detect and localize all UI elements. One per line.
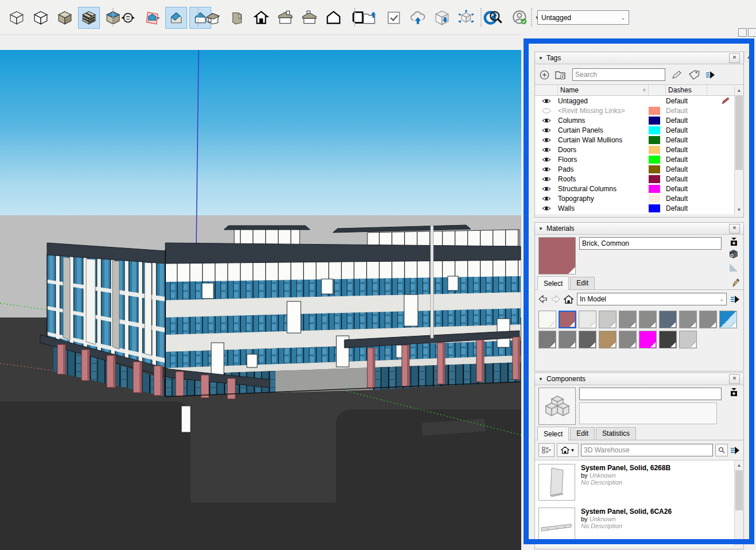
front-view-icon[interactable]: [250, 7, 272, 29]
eyedropper-icon[interactable]: [732, 278, 740, 288]
components-tab-edit[interactable]: Edit: [570, 427, 595, 440]
tag-row[interactable]: Curtain Panels Default: [535, 125, 743, 135]
component-thumbnail[interactable]: [538, 508, 575, 544]
eye-visible-icon[interactable]: [542, 176, 551, 183]
tag-color-chip[interactable]: [649, 107, 660, 115]
tag-row[interactable]: Floors Default: [535, 154, 743, 164]
material-swatch[interactable]: [599, 311, 617, 328]
components-tab-statistics[interactable]: Statistics: [596, 427, 636, 440]
tag-color-chip[interactable]: [649, 126, 660, 134]
house-outline-view-icon[interactable]: [323, 7, 344, 29]
tray-window-button[interactable]: [748, 28, 756, 37]
search-magnifier-icon[interactable]: [715, 444, 728, 456]
tags-search-input[interactable]: [572, 68, 665, 81]
tray-scroll-up[interactable]: ▲: [744, 52, 754, 62]
box-view-icon[interactable]: [226, 7, 248, 29]
material-swatch[interactable]: [619, 331, 637, 348]
open-folder-upload-icon[interactable]: [359, 7, 381, 29]
eye-visible-icon[interactable]: [542, 185, 551, 192]
eye-visible-icon[interactable]: [542, 117, 551, 124]
eye-visible-icon[interactable]: [542, 205, 551, 212]
add-tag-icon[interactable]: [540, 70, 549, 80]
back-arrow-icon[interactable]: [538, 295, 548, 303]
close-icon[interactable]: ✕: [729, 224, 740, 234]
forward-arrow-icon[interactable]: [551, 295, 560, 303]
material-swatch[interactable]: [659, 311, 677, 328]
name-column-header[interactable]: Name˄: [558, 85, 649, 95]
materials-details-arrow-icon[interactable]: [730, 295, 740, 304]
3d-viewport[interactable]: [0, 50, 524, 550]
tag-row[interactable]: Pads Default: [535, 164, 743, 174]
tags-panel-header[interactable]: ▼ Tags ✕: [535, 52, 743, 64]
tag-color-chip[interactable]: [649, 185, 660, 193]
shaded-style-icon[interactable]: [54, 7, 76, 29]
tag-row[interactable]: Structural Columns Default: [535, 184, 743, 193]
tags-scrollbar[interactable]: ▲ ▼: [734, 86, 743, 214]
materials-tab-edit[interactable]: Edit: [570, 277, 595, 289]
tray-window-button[interactable]: [738, 28, 747, 37]
components-details-arrow-icon[interactable]: [730, 446, 740, 455]
tag-color-chip[interactable]: [649, 165, 660, 173]
scroll-thumb[interactable]: [735, 95, 743, 170]
iso-view-icon[interactable]: [165, 7, 187, 29]
material-swatch[interactable]: [719, 311, 737, 328]
shaded-with-textures-style-icon[interactable]: [78, 7, 100, 29]
top-view-icon[interactable]: [298, 7, 320, 29]
tag-row[interactable]: Columns Default: [535, 115, 743, 125]
eye-visible-icon[interactable]: [542, 98, 551, 104]
tag-label-icon[interactable]: [688, 69, 700, 80]
components-search-input[interactable]: [581, 444, 713, 456]
scroll-thumb[interactable]: [735, 470, 743, 510]
tag-row[interactable]: Roofs Default: [535, 174, 743, 184]
tag-row[interactable]: Walls Default: [535, 203, 743, 213]
tag-color-chip[interactable]: [649, 175, 660, 183]
eye-visible-icon[interactable]: [542, 166, 551, 173]
material-swatch[interactable]: [679, 311, 697, 328]
display-secondary-pane-icon[interactable]: [730, 237, 738, 246]
materials-tab-select[interactable]: Select: [537, 276, 569, 290]
material-swatch[interactable]: [538, 331, 556, 348]
cloud-upload-icon[interactable]: [407, 7, 429, 29]
tag-color-chip[interactable]: [649, 156, 660, 164]
material-swatch[interactable]: [639, 311, 657, 328]
material-swatch[interactable]: [699, 311, 717, 328]
add-tag-folder-icon[interactable]: [555, 70, 567, 80]
orbit-compass-icon[interactable]: [117, 7, 139, 29]
eye-visible-icon[interactable]: [542, 146, 551, 153]
eye-visible-icon[interactable]: [542, 195, 551, 202]
tag-color-chip[interactable]: [649, 117, 660, 125]
eye-visible-icon[interactable]: [542, 156, 551, 163]
select-check-icon[interactable]: [383, 7, 405, 29]
zoom-tool-icon[interactable]: [485, 7, 507, 29]
material-name-input[interactable]: [579, 237, 722, 250]
tag-row[interactable]: Untagged Default: [535, 96, 743, 106]
tag-color-chip[interactable]: [649, 146, 660, 154]
scroll-up-arrow[interactable]: ▲: [735, 460, 743, 470]
download-model-icon[interactable]: [431, 7, 453, 29]
tag-color-chip[interactable]: [649, 136, 660, 144]
component-name-input[interactable]: [579, 388, 722, 400]
material-swatch[interactable]: [659, 331, 677, 348]
component-thumbnail[interactable]: [538, 464, 575, 501]
iso-house-view-icon[interactable]: [202, 7, 224, 29]
material-swatch[interactable]: [639, 331, 657, 348]
components-tab-select[interactable]: Select: [537, 427, 569, 440]
material-swatch[interactable]: [579, 311, 596, 328]
material-swatch-selected[interactable]: [559, 311, 576, 328]
material-swatch[interactable]: [559, 331, 576, 348]
eye-visible-icon[interactable]: [542, 127, 551, 134]
component-list-item[interactable]: System Panel, Solid, 6CA26 by Unknown No…: [535, 504, 743, 546]
dashes-column-header[interactable]: Dashes: [666, 85, 707, 95]
eye-visible-icon[interactable]: [542, 137, 551, 144]
rename-pencil-icon[interactable]: [671, 69, 683, 80]
scroll-down-arrow[interactable]: ▼: [735, 205, 743, 214]
components-scrollbar[interactable]: ▲: [734, 460, 743, 546]
component-list-item[interactable]: System Panel, Solid, 6268B by Unknown No…: [535, 460, 743, 504]
material-swatch[interactable]: [619, 311, 637, 328]
material-swatch[interactable]: [599, 331, 617, 348]
components-panel-header[interactable]: ▼ Components ✕: [535, 373, 743, 385]
close-icon[interactable]: ✕: [729, 53, 740, 63]
component-description-box[interactable]: [579, 402, 717, 424]
material-swatch[interactable]: [679, 331, 697, 348]
tag-color-chip[interactable]: [649, 204, 660, 212]
